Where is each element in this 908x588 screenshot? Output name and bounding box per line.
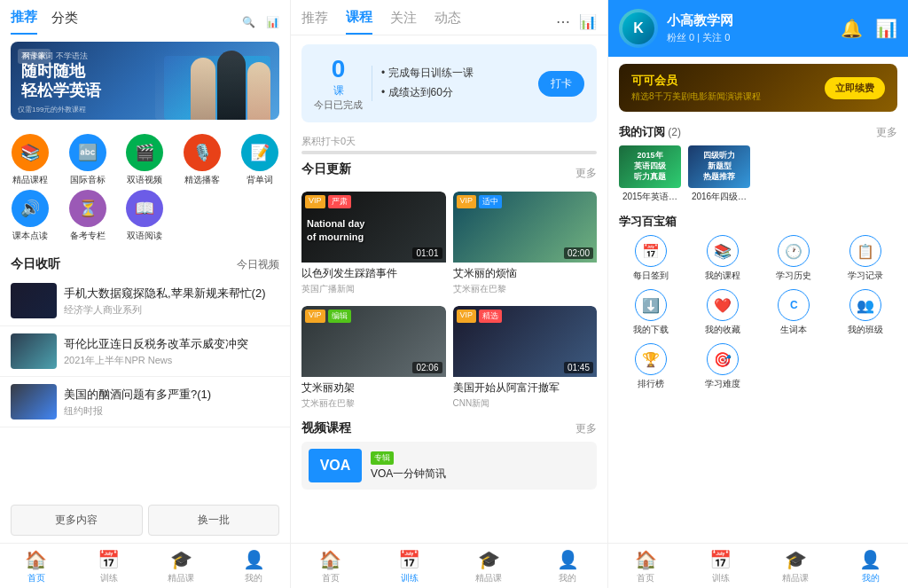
icon-circle-beici: 📝 — [241, 134, 278, 171]
more-icon-p2[interactable]: ⋯ — [556, 13, 570, 30]
icon-label-5: 课本点读 — [12, 230, 48, 242]
mine-icon-p3: 👤 — [859, 549, 881, 570]
banner-text: 不背单词 不学语法 随时随地 轻松学英语 — [21, 51, 101, 100]
nav-train-p1[interactable]: 📅 训练 — [73, 549, 145, 584]
video-title-3: 美国开始从阿富汗撤军 — [453, 380, 598, 396]
tab-course-p2[interactable]: 课程 — [346, 9, 372, 35]
change-batch-button[interactable]: 换一批 — [148, 505, 280, 536]
tool-study-record[interactable]: 📋 学习记录 — [834, 235, 898, 282]
icon-jingxuan[interactable]: 🎙️ 精选播客 — [176, 134, 230, 186]
nav-course-p3[interactable]: 🎓 精品课 — [758, 549, 834, 584]
mine-icon-p2: 👤 — [557, 549, 579, 570]
icon-guoji[interactable]: 🔤 国际音标 — [61, 134, 115, 186]
sub-item-0[interactable]: 2015年英语四级听力真题 2015年英语… — [619, 145, 681, 203]
vcourse-card[interactable]: VOA 专辑 VOA一分钟简讯 — [301, 442, 597, 490]
audio-item-0[interactable]: 手机大数据窥探隐私,苹果新规来帮忙(2) 经济学人商业系列 — [0, 276, 290, 326]
icon-shuangyu[interactable]: 🎬 双语视频 — [118, 134, 172, 186]
video-card-2[interactable]: VIP 编辑 02:06 艾米丽劝架 艾米丽在巴黎 — [301, 306, 446, 413]
banner[interactable]: 网卡家 不背单词 不学语法 随时随地 轻松学英语 仅需199元的外教课程 — [11, 42, 279, 120]
panel3-header: K 小高教学网 粉丝 0 | 关注 0 🔔 📊 — [608, 0, 908, 57]
search-icon[interactable]: 🔍 — [242, 16, 255, 28]
more-content-button[interactable]: 更多内容 — [11, 505, 143, 536]
tool-class[interactable]: 👥 我的班级 — [834, 289, 898, 336]
video-duration-2: 02:06 — [412, 362, 442, 373]
tab-dynamic-p2[interactable]: 动态 — [434, 10, 461, 34]
icon-label-1: 国际音标 — [70, 174, 106, 186]
tool-my-courses[interactable]: 📚 我的课程 — [691, 235, 755, 282]
sub-item-1[interactable]: 四级听力新题型热题推荐 2016年四级… — [688, 145, 750, 203]
sub-more[interactable]: 更多 — [876, 125, 897, 140]
nav-home-p1[interactable]: 🏠 首页 — [0, 549, 73, 584]
vcourse-badge: 专辑 — [371, 451, 394, 465]
home-icon-p1: 🏠 — [25, 549, 47, 570]
panel2-bottom-nav: 🏠 首页 📅 训练 🎓 精品课 👤 我的 — [291, 543, 607, 588]
tool-icon-fav: ❤️ — [707, 289, 739, 321]
video-card-3[interactable]: VIP 精选 01:45 美国开始从阿富汗撤军 CNN新闻 — [453, 306, 598, 413]
nav-train-label-p3: 训练 — [712, 572, 730, 584]
banner-price: 仅需199元的外教课程 — [18, 105, 86, 114]
vip-renew-button[interactable]: 立即续费 — [825, 77, 885, 99]
user-avatar[interactable]: K — [619, 9, 658, 48]
video-card-0[interactable]: VIP 严肃 National dayof mourning 01:01 以色列… — [301, 192, 446, 299]
nav-home-p3[interactable]: 🏠 首页 — [608, 549, 684, 584]
course-count: 0 课 今日已完成 — [314, 55, 363, 112]
chart-icon-p3[interactable]: 📊 — [875, 18, 897, 39]
icon-circle-yuedu: 📖 — [126, 190, 163, 227]
audio-item-1[interactable]: 哥伦比亚连日反税务改革示威变冲突 2021年上半年NPR News — [0, 326, 290, 377]
chart-icon[interactable]: 📊 — [266, 16, 279, 28]
vip-info: 可可会员 精选8千万美剧电影新闻演讲课程 — [631, 73, 761, 103]
video-courses-section: 视频课程 更多 VOA 专辑 VOA一分钟简讯 — [291, 413, 607, 490]
checkin-button[interactable]: 打卡 — [538, 71, 584, 97]
nav-train-p3[interactable]: 📅 训练 — [684, 549, 759, 584]
icon-jingpinkecheng[interactable]: 📚 精品课程 — [4, 134, 58, 186]
tool-daily-checkin[interactable]: 📅 每日签到 — [619, 235, 684, 282]
icon-grid: 📚 精品课程 🔤 国际音标 🎬 双语视频 🎙️ 精选播客 📝 背单词 🔊 课本点… — [0, 127, 290, 249]
tool-download[interactable]: ⬇️ 我的下载 — [619, 289, 684, 336]
course-card: 0 课 今日已完成 • 完成每日训练一课 • 成绩达到60分 打卡 — [301, 44, 597, 122]
tool-vocab[interactable]: C 生词本 — [762, 289, 826, 336]
audio-info-2: 美国的酗酒问题有多严重?(1) 纽约时报 — [64, 387, 279, 418]
video-thumb-0: VIP 严肃 National dayof mourning 01:01 — [301, 192, 446, 263]
nav-mine-p2[interactable]: 👤 我的 — [528, 549, 607, 584]
icon-beicianci[interactable]: 📝 背单词 — [232, 134, 286, 186]
icon-kebendian[interactable]: 🔊 课本点读 — [4, 190, 58, 242]
today-update-more[interactable]: 更多 — [575, 166, 597, 181]
tool-label-6: 生词本 — [780, 324, 807, 336]
icon-label-4: 背单词 — [247, 174, 273, 186]
nav-train-p2[interactable]: 📅 训练 — [370, 549, 449, 584]
toolbox-grid: 📅 每日签到 📚 我的课程 🕐 学习历史 📋 学习记录 ⬇️ 我的下 — [619, 235, 897, 390]
tool-ranking[interactable]: 🏆 排行榜 — [619, 343, 684, 390]
vcourse-info: 专辑 VOA一分钟简讯 — [371, 451, 446, 482]
tab-category[interactable]: 分类 — [51, 10, 78, 34]
icon-beikao[interactable]: ⏳ 备考专栏 — [61, 190, 115, 242]
nav-mine-p1[interactable]: 👤 我的 — [217, 549, 290, 584]
vcourse-more[interactable]: 更多 — [575, 421, 597, 436]
tool-study-history[interactable]: 🕐 学习历史 — [762, 235, 826, 282]
nav-home-p2[interactable]: 🏠 首页 — [291, 549, 370, 584]
avatar-letter: K — [622, 12, 654, 44]
tab-follow-p2[interactable]: 关注 — [390, 10, 417, 34]
video-card-1[interactable]: VIP 适中 02:00 艾米丽的烦恼 艾米丽在巴黎 — [453, 192, 598, 299]
chart-icon-p2[interactable]: 📊 — [579, 13, 597, 30]
video-title-0: 以色列发生踩踏事件 — [301, 266, 446, 281]
icon-shuangyuyuedu[interactable]: 📖 双语阅读 — [118, 190, 172, 242]
sub-title: 我的订阅 — [619, 125, 665, 138]
today-update: 今日更新 更多 VIP 严肃 National dayof mourning 0… — [291, 161, 607, 413]
audio-item-2[interactable]: 美国的酗酒问题有多严重?(1) 纽约时报 — [0, 377, 290, 427]
toolbox-title: 学习百宝箱 — [619, 214, 897, 230]
tool-icon-record: 📋 — [849, 235, 881, 267]
train-icon-p1: 📅 — [98, 549, 120, 570]
nav-course-p2[interactable]: 🎓 精品课 — [450, 549, 528, 584]
tool-difficulty[interactable]: 🎯 学习难度 — [691, 343, 755, 390]
tool-favorites[interactable]: ❤️ 我的收藏 — [691, 289, 755, 336]
nav-mine-p3[interactable]: 👤 我的 — [834, 549, 909, 584]
tab-recommend[interactable]: 推荐 — [11, 9, 37, 35]
video-info-1: 艾米丽的烦恼 艾米丽在巴黎 — [453, 263, 598, 299]
train-icon-p2: 📅 — [398, 549, 420, 570]
nav-course-p1[interactable]: 🎓 精品课 — [145, 549, 218, 584]
tab-home-p2[interactable]: 推荐 — [301, 10, 328, 34]
video-info-0: 以色列发生踩踏事件 英国广播新闻 — [301, 263, 446, 299]
audio-thumb-1 — [11, 333, 57, 369]
tool-label-9: 学习难度 — [705, 378, 740, 390]
bell-icon[interactable]: 🔔 — [841, 18, 863, 39]
